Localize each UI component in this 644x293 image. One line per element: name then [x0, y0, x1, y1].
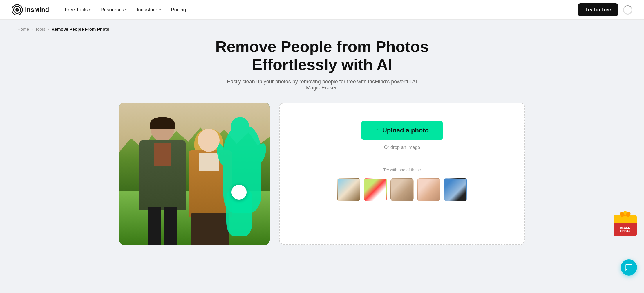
breadcrumb-tools[interactable]: Tools: [35, 27, 45, 32]
samples-divider: Try with one of these: [291, 168, 513, 172]
nav-item-resources[interactable]: Resources ▾: [96, 5, 131, 15]
sample-image-1[interactable]: [337, 178, 360, 201]
breadcrumb-home[interactable]: Home: [17, 27, 29, 32]
gift-top: [614, 215, 637, 223]
logo-icon: [12, 4, 23, 15]
logo-text: insMind: [25, 6, 49, 14]
sample-images-row: [337, 178, 467, 201]
divider-line-right: [426, 170, 513, 170]
chat-button[interactable]: [621, 259, 637, 276]
svg-point-3: [17, 9, 18, 10]
black-friday-label-line2: FRIDAY: [620, 230, 630, 233]
sample-image-4[interactable]: [417, 178, 440, 201]
person-man: [133, 117, 191, 245]
divider-line-left: [291, 170, 379, 170]
nav-item-pricing[interactable]: Pricing: [167, 5, 190, 15]
chevron-down-icon: ▾: [125, 8, 127, 12]
chat-icon: [625, 263, 633, 272]
nav-links: Free Tools ▾ Resources ▾ Industries ▾ Pr…: [61, 5, 578, 15]
sample-image-2[interactable]: [364, 178, 387, 201]
breadcrumb-current: Remove People From Photo: [51, 27, 109, 32]
hero-section: Remove People from Photos Effortlessly w…: [17, 37, 627, 91]
loading-spinner: [623, 5, 632, 15]
brush-cursor: [231, 185, 247, 200]
sample-image-5[interactable]: [444, 178, 467, 201]
photo-scene: [119, 103, 270, 245]
page-title: Remove People from Photos Effortlessly w…: [206, 37, 438, 73]
content-area: ↑ Upload a photo Or drop an image Try wi…: [119, 103, 525, 245]
nav-right: Try for free: [578, 3, 632, 16]
upload-photo-button[interactable]: ↑ Upload a photo: [361, 121, 443, 140]
photo-demo-panel: [119, 103, 270, 245]
samples-label: Try with one of these: [383, 168, 421, 172]
nav-item-industries[interactable]: Industries ▾: [133, 5, 165, 15]
logo[interactable]: insMind: [12, 4, 49, 15]
gift-body: BLACK FRIDAY: [614, 223, 637, 236]
try-for-free-button[interactable]: Try for free: [578, 3, 618, 16]
navbar: insMind Free Tools ▾ Resources ▾ Industr…: [0, 0, 644, 20]
nav-item-free-tools[interactable]: Free Tools ▾: [61, 5, 95, 15]
chevron-down-icon: ▾: [89, 8, 91, 12]
upload-panel: ↑ Upload a photo Or drop an image Try wi…: [279, 103, 525, 245]
sample-image-3[interactable]: [390, 178, 414, 201]
upload-icon: ↑: [375, 126, 379, 134]
chevron-down-icon: ▾: [159, 8, 161, 12]
main-content: Home › Tools › Remove People From Photo …: [0, 20, 644, 293]
breadcrumb-sep-1: ›: [31, 27, 33, 32]
drop-text: Or drop an image: [384, 145, 420, 150]
black-friday-badge[interactable]: BLACK FRIDAY: [612, 215, 638, 241]
breadcrumb: Home › Tools › Remove People From Photo: [17, 20, 627, 37]
breadcrumb-sep-2: ›: [48, 27, 49, 32]
black-friday-label-line1: BLACK: [620, 226, 630, 230]
hero-subtitle: Easily clean up your photos by removing …: [223, 79, 421, 91]
